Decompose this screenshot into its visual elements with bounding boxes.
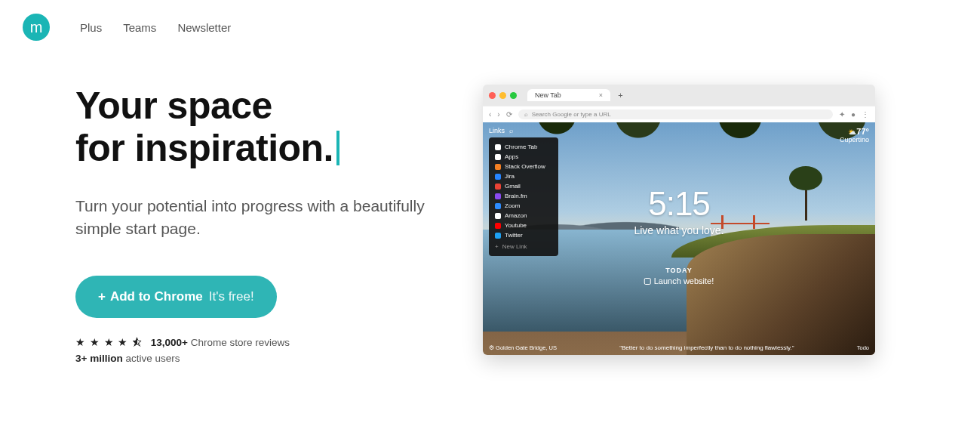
tab-close-icon[interactable]: × [599,91,603,99]
users-count: 3+ million [75,353,123,364]
link-label: Apps [505,153,518,160]
product-screenshot: New Tab× + ‹ › ⟳ ⌕Search Google or type … [483,85,905,367]
new-tab-button[interactable]: + [618,91,622,100]
add-to-chrome-button[interactable]: + Add to Chrome It's free! [75,276,277,318]
maximize-dot-icon [510,92,517,99]
address-bar[interactable]: ⌕Search Google or type a URL [518,110,833,119]
weather-temp: 77° [856,127,869,136]
apps-icon [495,154,501,160]
traffic-lights [489,92,517,99]
link-label: Amazon [505,212,527,219]
browser-toolbar: ‹ › ⟳ ⌕Search Google or type a URL ✦●⋮ [483,106,875,122]
link-label: Chrome Tab [505,143,537,150]
twitter-icon [495,233,501,239]
checkbox-icon[interactable] [644,278,651,285]
todo-button[interactable]: Todo [857,344,869,351]
links-dropdown: Chrome Tab Apps Stack Overflow Jira Gmai… [489,137,558,256]
hero-meta: ★ ★ ★ ★ ⯪ 13,000+ Chrome store reviews 3… [75,335,438,367]
new-link-button[interactable]: + New Link [495,242,552,251]
hero-title-line1: Your space [75,85,272,127]
link-label: Brain.fm [505,193,527,199]
users-label: active users [125,353,180,364]
stackoverflow-icon [495,164,501,170]
clock-time: 5:15 [634,185,723,223]
search-icon: ⌕ [524,111,528,118]
link-item[interactable]: Twitter [495,230,552,240]
hero-title-line2: for inspiration. [75,127,333,169]
header: m Plus Teams Newsletter [0,0,980,54]
gmail-icon [495,184,501,190]
links-label: Links [489,127,505,134]
cta-label: Add to Chrome [110,289,203,304]
link-item[interactable]: Youtube [495,221,552,230]
link-item[interactable]: Zoom [495,201,552,211]
nav-teams[interactable]: Teams [123,21,156,34]
menu-icon[interactable]: ⋮ [862,110,869,119]
chrome-icon [495,144,501,150]
hero-subtitle: Turn your potential into progress with a… [75,195,438,241]
typing-cursor [336,131,339,165]
reviews-count: 13,000+ [151,337,188,348]
browser-tab[interactable]: New Tab× [527,89,610,101]
nav-newsletter[interactable]: Newsletter [177,21,231,34]
link-label: Jira [505,173,515,180]
link-item[interactable]: Amazon [495,211,552,221]
link-label: Youtube [505,222,527,229]
brainfm-icon [495,193,501,199]
nav-plus[interactable]: Plus [80,21,102,34]
main-nav: Plus Teams Newsletter [80,21,231,34]
photo-credit[interactable]: ⚙ Golden Gate Bridge, US [489,344,557,351]
link-item[interactable]: Chrome Tab [495,142,552,152]
link-item[interactable]: Stack Overflow [495,162,552,171]
plus-icon: + [98,289,106,304]
minimize-dot-icon [499,92,506,99]
hero-content: Your space for inspiration. Turn your po… [75,85,438,367]
back-icon[interactable]: ‹ [489,110,491,119]
link-item[interactable]: Gmail [495,181,552,191]
today-label: TODAY [644,267,714,274]
link-label: Zoom [505,202,520,209]
weather-location: Cupertino [840,136,869,143]
plus-icon: + [495,243,499,250]
scene-bottombar: ⚙ Golden Gate Bridge, US "Better to do s… [489,344,869,351]
today-widget: TODAY Launch website! [644,267,714,285]
link-item[interactable]: Apps [495,152,552,162]
address-placeholder: Search Google or type a URL [532,111,611,118]
link-label: Twitter [505,232,523,239]
new-tab-scene: Links ⌕ ⛅77° Cupertino Chrome Tab Apps S… [483,122,875,355]
cta-free-label: It's free! [209,289,254,304]
forward-icon[interactable]: › [497,110,499,119]
browser-mock: New Tab× + ‹ › ⟳ ⌕Search Google or type … [483,85,875,355]
search-icon[interactable]: ⌕ [509,127,513,134]
close-dot-icon [489,92,496,99]
star-rating-icon: ★ ★ ★ ★ ⯪ [75,337,143,348]
settings-icon[interactable]: ⚙ [489,344,494,351]
today-task[interactable]: Launch website! [644,276,714,285]
link-label: Stack Overflow [505,163,545,170]
link-item[interactable]: Jira [495,171,552,181]
zoom-icon [495,203,501,209]
links-widget[interactable]: Links ⌕ [489,127,513,134]
browser-tabbar: New Tab× + [483,85,875,106]
tab-title: New Tab [535,91,561,99]
logo[interactable]: m [23,14,50,41]
weather-widget[interactable]: ⛅77° Cupertino [840,127,869,144]
reviews-label: Chrome store reviews [191,337,290,348]
extension-icon[interactable]: ✦ [839,110,845,119]
profile-icon[interactable]: ● [851,110,856,119]
youtube-icon [495,223,501,229]
logo-letter: m [30,19,43,36]
reload-icon[interactable]: ⟳ [506,110,512,119]
jira-icon [495,174,501,180]
clock-widget: 5:15 Live what you love. [634,185,723,236]
amazon-icon [495,213,501,219]
cliff-bg [687,234,875,355]
hero: Your space for inspiration. Turn your po… [0,54,980,397]
link-item[interactable]: Brain.fm [495,191,552,201]
new-link-label: New Link [502,243,527,250]
link-label: Gmail [505,183,521,190]
tree-icon [789,166,822,221]
today-task-text: Launch website! [654,276,714,285]
quote-text: "Better to do something imperfectly than… [557,344,857,351]
weather-icon: ⛅ [848,128,856,136]
